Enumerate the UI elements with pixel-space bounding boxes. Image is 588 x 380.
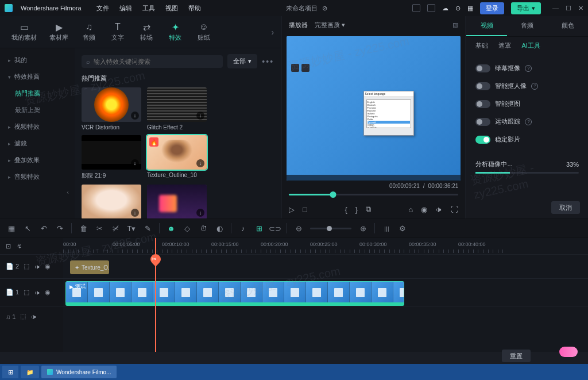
track-mute-icon[interactable]: 🕩 [30, 313, 37, 320]
start-button[interactable]: ⊞ [2, 366, 18, 378]
playhead[interactable]: ✂ [155, 238, 156, 352]
minimize-icon[interactable]: — [552, 5, 559, 12]
search-box[interactable]: ⌕ [82, 55, 223, 68]
speed-icon[interactable]: ⏱ [199, 224, 208, 233]
toggle-switch[interactable] [475, 100, 490, 108]
cat-tab-transition[interactable]: ⇄转场 [134, 20, 159, 44]
menu-编辑[interactable]: 编辑 [119, 4, 132, 13]
taskbar-filmora[interactable]: Wondershare Filmo... [41, 366, 117, 378]
download-icon[interactable]: ↓ [131, 159, 139, 167]
display-icon[interactable]: ⌂ [409, 205, 413, 214]
toggle-switch[interactable] [475, 82, 490, 90]
cat-tab-audio[interactable]: ♫音频 [76, 20, 102, 44]
download-icon[interactable]: ↓ [131, 209, 139, 217]
taskbar-explorer[interactable]: 📁 [21, 366, 39, 378]
effect-thumb[interactable]: 🔥↓Texture_Outline_10 [147, 135, 207, 180]
video-clip[interactable]: ▶ 测试 [65, 281, 404, 304]
headphone-icon[interactable]: ⊙ [455, 5, 461, 12]
sidebar-item[interactable]: 叠加效果 [0, 152, 75, 168]
track-lock-icon[interactable]: ⬚ [20, 313, 26, 320]
volume-icon[interactable]: 🕩 [435, 205, 443, 214]
snapshot-icon[interactable]: ▧ [452, 21, 458, 29]
preview-screen[interactable]: Select language EnglishDeutschFrançaisEs… [287, 36, 461, 181]
sidebar-collapse-icon[interactable]: ‹ [0, 185, 75, 199]
video-track[interactable]: ▶ 测试 [63, 278, 588, 306]
save-icon[interactable] [427, 4, 435, 12]
track-mute-icon[interactable]: 🕩 [34, 289, 40, 296]
info-icon[interactable]: ? [531, 83, 538, 90]
track-head-audio[interactable]: ♫ 1 ⬚ 🕩 [0, 306, 63, 327]
download-icon[interactable]: ↓ [196, 209, 204, 217]
sidebar-item[interactable]: 我的 [0, 52, 75, 68]
edit-icon[interactable]: ✎ [143, 224, 152, 233]
effect-thumb[interactable]: ↓ [147, 185, 207, 218]
audio-track[interactable] [63, 306, 588, 327]
info-icon[interactable]: ? [525, 65, 532, 72]
tl-lock-icon[interactable]: ⊡ [6, 243, 11, 250]
menu-工具[interactable]: 工具 [142, 4, 155, 13]
cat-tab-sticker[interactable]: ☺贴纸 [191, 20, 216, 44]
grid-view-icon[interactable]: ▦ [7, 224, 16, 233]
filter-dropdown[interactable]: 全部▾ [227, 54, 257, 68]
settings-icon[interactable]: ⚙ [398, 224, 407, 233]
mixer-icon[interactable]: ⫼ [382, 224, 391, 233]
sidebar-subitem[interactable]: 熱門推薦 [0, 85, 75, 102]
audio-tool-icon[interactable]: ♪ [238, 224, 247, 233]
link-icon[interactable]: ⊂⊃ [270, 224, 280, 233]
timeline-ruler[interactable]: 00:0000:00:05:0000:00:10:0000:00:15:0000… [63, 238, 588, 254]
track-head-video[interactable]: 📄 1 ⬚ 🕩 ◉ [0, 278, 63, 306]
search-input[interactable] [94, 58, 218, 65]
quality-select[interactable]: 完整画质 ▾ [315, 21, 345, 29]
stop-icon[interactable]: □ [303, 205, 307, 214]
project-name[interactable]: 未命名项目 [286, 4, 318, 13]
effect-thumb[interactable]: ↓Glitch Effect 2 [147, 87, 207, 130]
reset-button[interactable]: 重置 [502, 350, 531, 362]
play-icon[interactable]: ▷ [289, 205, 295, 214]
sidebar-item[interactable]: 特效推薦 [0, 68, 75, 85]
mark-out-icon[interactable]: } [355, 205, 358, 214]
cat-tab-media[interactable]: ▭我的素材 [7, 20, 41, 44]
fullscreen-icon[interactable]: ⛶ [451, 205, 458, 214]
timeline-body[interactable]: 00:0000:00:05:0000:00:10:0000:00:15:0000… [63, 238, 588, 352]
cat-tab-text[interactable]: T文字 [105, 20, 130, 44]
pointer-icon[interactable]: ↖ [23, 224, 32, 233]
delete-icon[interactable]: 🗑 [79, 224, 88, 233]
cat-tab-effect[interactable]: ✦特效 [163, 20, 188, 44]
toggle-switch[interactable] [475, 118, 490, 126]
track-lock-icon[interactable]: ⬚ [24, 289, 29, 296]
mark-in-icon[interactable]: { [345, 205, 347, 214]
cat-more-icon[interactable]: › [271, 28, 274, 37]
cut-icon[interactable]: ✂ [95, 224, 104, 233]
sidebar-item[interactable]: 视频特效 [0, 118, 75, 135]
track-mute-icon[interactable]: 🕩 [34, 263, 40, 270]
prop-subtab[interactable]: 基础 [475, 41, 488, 50]
cancel-button[interactable]: 取消 [551, 201, 580, 214]
cat-tab-stock[interactable]: ▶素材库 [45, 20, 73, 44]
header-icon-1[interactable] [412, 4, 420, 12]
fx-clip[interactable]: ✦ Texture_O... [70, 260, 109, 274]
camera-icon[interactable]: ◉ [421, 205, 427, 214]
menu-视图[interactable]: 视图 [165, 4, 178, 13]
more-icon[interactable]: ••• [262, 57, 274, 66]
tl-sync-icon[interactable]: ↯ [17, 243, 22, 250]
redo-icon[interactable]: ↷ [55, 224, 64, 233]
toggle-switch[interactable] [475, 136, 490, 144]
undo-icon[interactable]: ↶ [39, 224, 48, 233]
download-icon[interactable]: ↓ [131, 112, 139, 120]
color-icon[interactable]: ◐ [215, 224, 224, 233]
prop-tab[interactable]: 颜色 [547, 16, 588, 36]
prop-subtab[interactable]: 遮罩 [498, 41, 511, 50]
sidebar-item[interactable]: 濾鏡 [0, 135, 75, 152]
sidebar-subitem[interactable]: 最新上架 [0, 102, 75, 118]
magnet-icon[interactable]: ⊞ [254, 224, 264, 233]
toggle-switch[interactable] [475, 64, 490, 72]
crop-icon[interactable]: ✂̸ [111, 224, 120, 233]
prop-tab[interactable]: 音频 [507, 16, 548, 36]
keyframe-icon[interactable]: ◇ [183, 224, 192, 233]
track-eye-icon[interactable]: ◉ [45, 289, 51, 296]
zoom-in-icon[interactable]: ⊕ [358, 224, 368, 233]
grid-icon[interactable]: ▦ [467, 5, 473, 12]
info-icon[interactable]: ? [525, 118, 532, 125]
menu-文件[interactable]: 文件 [96, 4, 109, 13]
track-eye-icon[interactable]: ◉ [45, 263, 51, 270]
